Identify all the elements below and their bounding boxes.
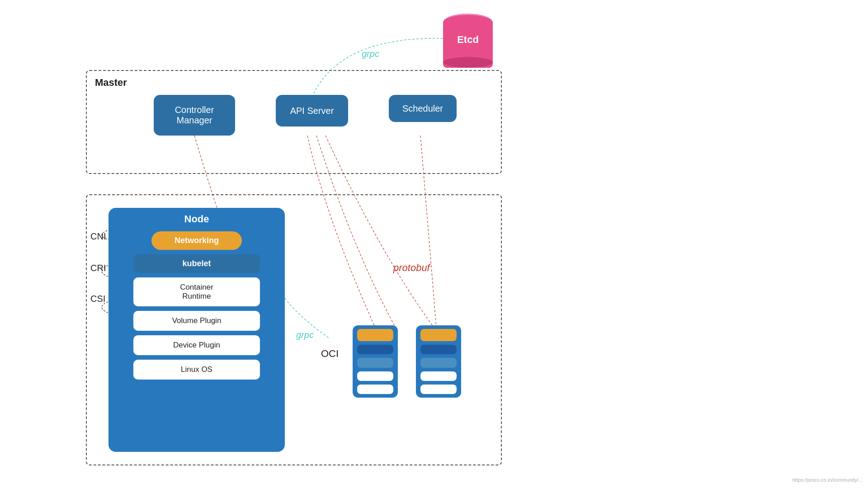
api-server: API Server — [276, 95, 348, 127]
cylinder-bottom — [443, 57, 493, 68]
container-runtime-component: ContainerRuntime — [133, 277, 260, 306]
etcd-label: Etcd — [443, 34, 493, 46]
diagram-container: Etcd grpc Master ControllerManager API S… — [0, 0, 868, 488]
grpc-top-label: grpc — [362, 49, 379, 59]
card-blue-medium-left — [357, 358, 393, 367]
scheduler: Scheduler — [389, 95, 457, 122]
device-plugin-component: Device Plugin — [133, 335, 260, 355]
card-white-right-2 — [420, 385, 457, 394]
node-box: Node Networking kubelet ContainerRuntime… — [108, 208, 285, 452]
scheduler-label: Scheduler — [402, 103, 443, 114]
container-card-left — [353, 325, 398, 398]
card-blue-dark-left — [357, 345, 393, 354]
csi-label: CSI — [90, 294, 105, 304]
cri-label: CRI — [90, 263, 106, 273]
oci-label: OCI — [321, 348, 339, 360]
card-orange-right — [420, 329, 457, 341]
cni-label: CNI — [90, 231, 106, 242]
card-white-left-1 — [357, 371, 393, 381]
card-white-left-2 — [357, 385, 393, 394]
container-card-right — [416, 325, 461, 398]
card-orange-left — [357, 329, 393, 341]
controller-manager: ControllerManager — [154, 95, 235, 136]
controller-manager-label: ControllerManager — [175, 105, 214, 126]
protobuf-label: protobuf — [393, 262, 430, 274]
etcd-component: Etcd — [443, 14, 493, 72]
node-title: Node — [184, 213, 209, 225]
kubelet-component: kubelet — [133, 254, 260, 273]
api-server-label: API Server — [290, 106, 334, 116]
master-label: Master — [95, 77, 127, 89]
watermark: https://proco.co.in/community/... — [793, 477, 863, 483]
networking-component: Networking — [151, 231, 242, 250]
grpc-bottom-label: grpc — [296, 330, 314, 340]
volume-plugin-component: Volume Plugin — [133, 311, 260, 331]
linux-os-component: Linux OS — [133, 360, 260, 380]
card-blue-dark-right — [420, 345, 457, 354]
card-blue-medium-right — [420, 358, 457, 367]
card-white-right-1 — [420, 371, 457, 381]
